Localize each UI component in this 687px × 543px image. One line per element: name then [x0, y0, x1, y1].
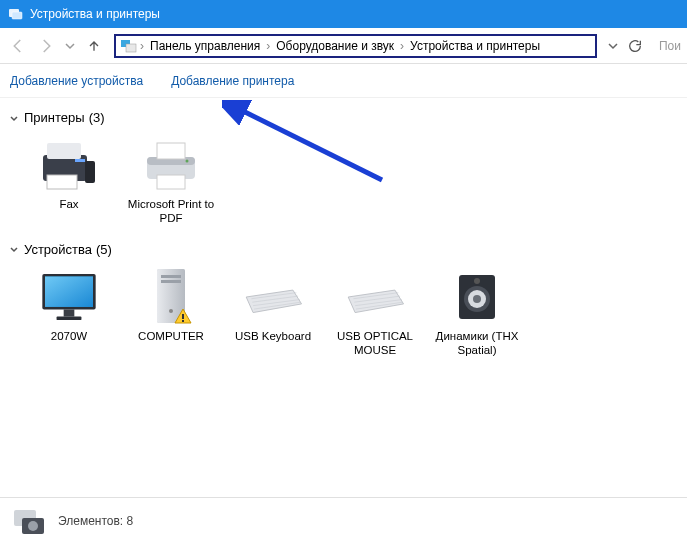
address-bar[interactable]: › Панель управления › Оборудование и зву…: [114, 34, 597, 58]
device-item-monitor[interactable]: 2070W: [18, 263, 120, 364]
svg-rect-18: [64, 309, 75, 316]
chevron-right-icon: ›: [138, 39, 146, 53]
back-button[interactable]: [6, 34, 30, 58]
group-count: (5): [96, 242, 112, 257]
svg-point-42: [28, 521, 38, 531]
svg-rect-3: [126, 44, 136, 52]
svg-point-14: [186, 160, 189, 163]
group-label: Устройства: [24, 242, 92, 257]
svg-rect-17: [45, 276, 93, 306]
svg-rect-7: [75, 159, 85, 162]
window-titlebar: Устройства и принтеры: [0, 0, 687, 28]
devices-icon: [8, 6, 24, 22]
breadcrumb-item[interactable]: Устройства и принтеры: [406, 39, 544, 53]
mouse-icon: [343, 269, 407, 325]
svg-rect-25: [182, 314, 184, 319]
content-area: Принтеры (3) Fax: [0, 98, 687, 498]
chevron-right-icon: ›: [398, 39, 406, 53]
chevron-down-icon: [8, 112, 20, 124]
svg-rect-9: [85, 161, 95, 183]
item-label: Fax: [59, 197, 78, 211]
device-item-print-pdf[interactable]: Microsoft Print to PDF: [120, 131, 222, 232]
group-header-devices[interactable]: Устройства (5): [8, 236, 687, 263]
add-device-button[interactable]: Добавление устройства: [10, 74, 143, 88]
svg-rect-22: [161, 275, 181, 278]
svg-rect-12: [157, 143, 185, 159]
navbar: › Панель управления › Оборудование и зву…: [0, 28, 687, 64]
device-item-fax[interactable]: Fax: [18, 131, 120, 232]
monitor-icon: [37, 269, 101, 325]
fax-icon: [37, 137, 101, 193]
window-title: Устройства и принтеры: [30, 7, 160, 21]
group-label: Принтеры: [24, 110, 85, 125]
svg-rect-23: [161, 280, 181, 283]
breadcrumb-item[interactable]: Оборудование и звук: [272, 39, 398, 53]
keyboard-icon: [241, 269, 305, 325]
forward-button[interactable]: [34, 34, 58, 58]
svg-rect-8: [47, 175, 77, 189]
devices-printers-icon: [120, 37, 138, 55]
item-label: COMPUTER: [138, 329, 204, 343]
computer-icon: [139, 269, 203, 325]
command-bar: Добавление устройства Добавление принтер…: [0, 64, 687, 98]
speaker-icon: [445, 269, 509, 325]
chevron-down-icon: [8, 243, 20, 255]
item-label: 2070W: [51, 329, 87, 343]
svg-rect-1: [12, 12, 22, 19]
device-item-computer[interactable]: COMPUTER: [120, 263, 222, 364]
add-printer-button[interactable]: Добавление принтера: [171, 74, 294, 88]
status-count: 8: [127, 514, 134, 528]
svg-point-38: [473, 295, 481, 303]
history-dropdown[interactable]: [62, 34, 78, 58]
status-bar: Элементов: 8: [0, 497, 687, 543]
group-header-printers[interactable]: Принтеры (3): [8, 104, 687, 131]
printers-row: Fax Microsoft Print to PDF: [8, 131, 687, 232]
chevron-right-icon: ›: [264, 39, 272, 53]
device-item-keyboard[interactable]: USB Keyboard: [222, 263, 324, 364]
item-label: Microsoft Print to PDF: [122, 197, 220, 226]
devices-large-icon: [10, 502, 48, 540]
refresh-button[interactable]: [623, 34, 647, 58]
device-item-mouse[interactable]: USB OPTICAL MOUSE: [324, 263, 426, 364]
svg-point-39: [474, 278, 480, 284]
devices-row: 2070W COMPUTER: [8, 263, 687, 364]
svg-rect-13: [157, 175, 185, 189]
warning-badge-icon: [173, 307, 193, 327]
item-label: Динамики (THX Spatial): [428, 329, 526, 358]
breadcrumb-item[interactable]: Панель управления: [146, 39, 264, 53]
svg-rect-6: [47, 143, 81, 159]
address-history-dropdown[interactable]: [605, 34, 621, 58]
svg-rect-26: [182, 320, 184, 322]
up-button[interactable]: [82, 34, 106, 58]
device-item-speaker[interactable]: Динамики (THX Spatial): [426, 263, 528, 364]
group-count: (3): [89, 110, 105, 125]
item-label: USB OPTICAL MOUSE: [326, 329, 424, 358]
item-label: USB Keyboard: [235, 329, 311, 343]
search-input[interactable]: Пои: [651, 39, 681, 53]
printer-icon: [139, 137, 203, 193]
svg-rect-19: [57, 316, 82, 320]
status-label: Элементов:: [58, 514, 123, 528]
